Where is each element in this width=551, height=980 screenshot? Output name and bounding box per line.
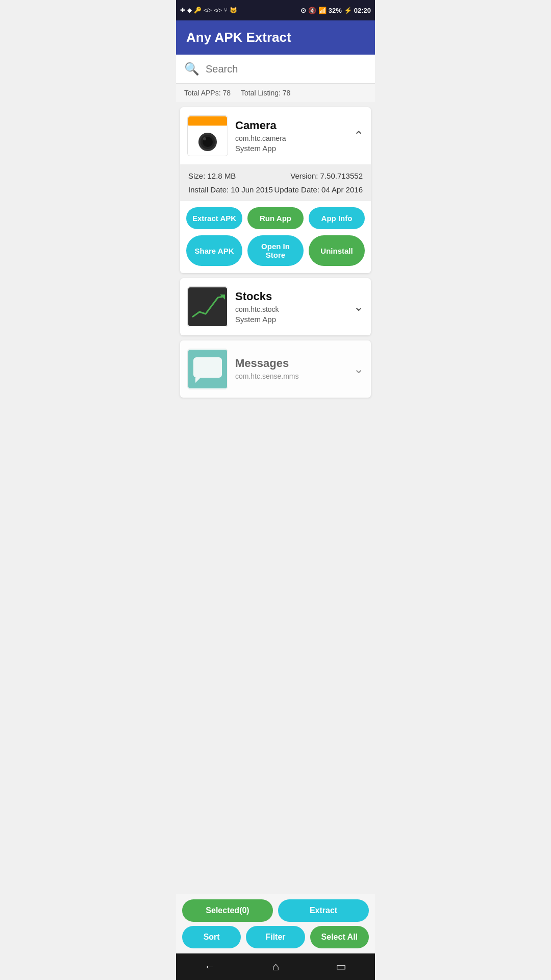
date-row: Install Date: 10 Jun 2015 Update Date: 0…: [188, 185, 363, 194]
stats-row: Total APPs: 78 Total Listing: 78: [176, 84, 375, 102]
app-header-messages[interactable]: Messages com.htc.sense.mms ⌄: [180, 340, 371, 398]
cat-icon: 😺: [230, 7, 237, 14]
app-title: Any APK Extract: [186, 30, 291, 45]
camera-update-date: Update Date: 04 Apr 2016: [274, 185, 363, 194]
code-icon-2: </>: [214, 7, 222, 13]
search-bar[interactable]: 🔍: [176, 55, 375, 84]
status-bar: ✚ ◆ 🔑 </> </> ⑂ 😺 ⊙ 🔇 📶 32% ⚡ 02:20: [176, 0, 375, 20]
app-card-camera: Camera com.htc.camera System App ⌃ Size:…: [180, 107, 371, 273]
signal-icon: 📶: [318, 7, 327, 14]
messages-chevron-down[interactable]: ⌄: [354, 362, 364, 376]
add-icon: ✚: [180, 7, 185, 14]
app-info-button[interactable]: App Info: [309, 207, 365, 229]
camera-btn-row-2: Share APK Open In Store Uninstall: [180, 229, 371, 273]
open-in-store-button[interactable]: Open In Store: [247, 235, 304, 266]
stocks-chevron-down[interactable]: ⌄: [354, 300, 364, 314]
camera-meta: Camera com.htc.camera System App: [235, 119, 364, 153]
battery-label: 32%: [329, 7, 342, 14]
camera-size: Size: 12.8 MB: [188, 172, 236, 180]
svg-rect-0: [188, 116, 227, 127]
app-header-camera[interactable]: Camera com.htc.camera System App ⌃: [180, 107, 371, 164]
total-listing: Total Listing: 78: [241, 89, 290, 97]
usb-icon: ⑂: [224, 7, 228, 14]
camera-details: Size: 12.8 MB Version: 7.50.713552 Insta…: [180, 164, 371, 201]
extract-apk-button[interactable]: Extract APK: [186, 207, 242, 229]
camera-chevron-up[interactable]: ⌃: [354, 129, 364, 143]
stocks-name: Stocks: [235, 290, 364, 303]
stocks-type: System App: [235, 315, 364, 324]
code-icon-1: </>: [204, 7, 212, 13]
circle-icon: ⊙: [300, 7, 306, 14]
search-input[interactable]: [206, 63, 367, 75]
svg-rect-6: [188, 287, 227, 326]
app-card-stocks: Stocks com.htc.stock System App ⌄: [180, 278, 371, 335]
stocks-package: com.htc.stock: [235, 305, 364, 313]
share-apk-button[interactable]: Share APK: [186, 235, 242, 266]
messages-name: Messages: [235, 357, 364, 370]
run-app-button[interactable]: Run App: [247, 207, 304, 229]
camera-package: com.htc.camera: [235, 134, 364, 142]
total-apps: Total APPs: 78: [184, 89, 231, 97]
stocks-meta: Stocks com.htc.stock System App: [235, 290, 364, 324]
uninstall-button[interactable]: Uninstall: [309, 235, 365, 266]
time-label: 02:20: [354, 7, 371, 14]
size-version-row: Size: 12.8 MB Version: 7.50.713552: [188, 172, 363, 180]
stocks-app-icon: [187, 286, 228, 327]
camera-type: System App: [235, 144, 364, 153]
camera-app-icon: [187, 115, 228, 156]
app-bar: Any APK Extract: [176, 20, 375, 55]
lightning-icon: ⚡: [344, 7, 352, 14]
camera-btn-row-1: Extract APK Run App App Info: [180, 201, 371, 229]
camera-version: Version: 7.50.713552: [290, 172, 363, 180]
messages-package: com.htc.sense.mms: [235, 372, 364, 380]
status-right: ⊙ 🔇 📶 32% ⚡ 02:20: [300, 7, 371, 14]
mute-icon: 🔇: [308, 7, 316, 14]
app-card-messages-partial: Messages com.htc.sense.mms ⌄: [180, 340, 371, 398]
app-icon-1: ◆: [187, 7, 192, 14]
messages-app-icon: [187, 349, 228, 389]
svg-rect-9: [193, 357, 222, 378]
messages-meta: Messages com.htc.sense.mms: [235, 357, 364, 382]
camera-install-date: Install Date: 10 Jun 2015: [188, 185, 273, 194]
app-header-stocks[interactable]: Stocks com.htc.stock System App ⌄: [180, 278, 371, 335]
search-icon: 🔍: [184, 62, 199, 76]
status-icons: ✚ ◆ 🔑 </> </> ⑂ 😺: [180, 7, 237, 14]
camera-name: Camera: [235, 119, 364, 132]
key-icon: 🔑: [194, 7, 202, 14]
svg-point-5: [203, 137, 206, 140]
